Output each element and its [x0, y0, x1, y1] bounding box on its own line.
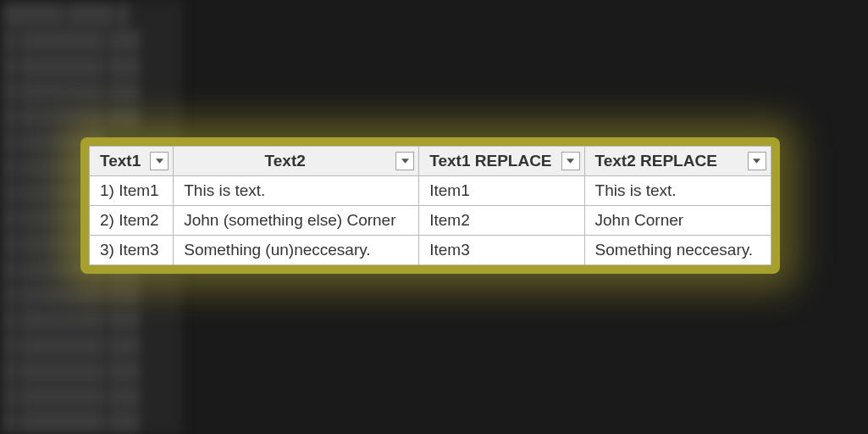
cell-text2-replace[interactable]: Something neccesary. — [584, 236, 771, 265]
table-header-row: Text1 Text2 Text1 REPLACE — [90, 147, 771, 176]
chevron-down-icon — [401, 159, 409, 164]
cell-text1-replace[interactable]: Item2 — [419, 206, 584, 236]
cell-text1[interactable]: 3) Item3 — [90, 236, 174, 265]
cell-text2[interactable]: John (something else) Corner — [174, 206, 419, 236]
column-header-text2[interactable]: Text2 — [174, 147, 419, 176]
chevron-down-icon — [567, 159, 574, 164]
table-row[interactable]: 2) Item2 John (something else) Corner It… — [90, 206, 771, 236]
table-row[interactable]: 1) Item1 This is text. Item1 This is tex… — [90, 176, 771, 206]
column-header-label: Text1 — [100, 152, 141, 170]
cell-text1[interactable]: 1) Item1 — [90, 176, 174, 206]
cell-text2-replace[interactable]: John Corner — [584, 206, 771, 236]
cell-text2-replace[interactable]: This is text. — [584, 176, 771, 206]
column-header-label: Text1 REPLACE — [429, 152, 551, 170]
filter-button-text1[interactable] — [150, 152, 169, 170]
cell-text1[interactable]: 2) Item2 — [90, 206, 174, 236]
column-header-text1-replace[interactable]: Text1 REPLACE — [419, 147, 584, 176]
filter-button-text2-replace[interactable] — [748, 152, 766, 170]
chevron-down-icon — [753, 159, 760, 164]
column-header-label: Text2 — [265, 152, 306, 170]
cell-text2[interactable]: Something (un)neccesary. — [174, 236, 419, 265]
data-table: Text1 Text2 Text1 REPLACE — [89, 146, 771, 265]
column-header-label: Text2 REPLACE — [595, 152, 717, 170]
table-row[interactable]: 3) Item3 Something (un)neccesary. Item3 … — [90, 236, 771, 265]
filter-button-text2[interactable] — [395, 152, 414, 170]
column-header-text1[interactable]: Text1 — [90, 147, 174, 176]
chevron-down-icon — [156, 159, 163, 164]
cell-text1-replace[interactable]: Item1 — [419, 176, 584, 206]
cell-text1-replace[interactable]: Item3 — [419, 236, 584, 265]
cell-text2[interactable]: This is text. — [174, 176, 419, 206]
filter-button-text1-replace[interactable] — [561, 152, 580, 170]
column-header-text2-replace[interactable]: Text2 REPLACE — [584, 147, 771, 176]
highlighted-table-container: Text1 Text2 Text1 REPLACE — [80, 137, 780, 274]
